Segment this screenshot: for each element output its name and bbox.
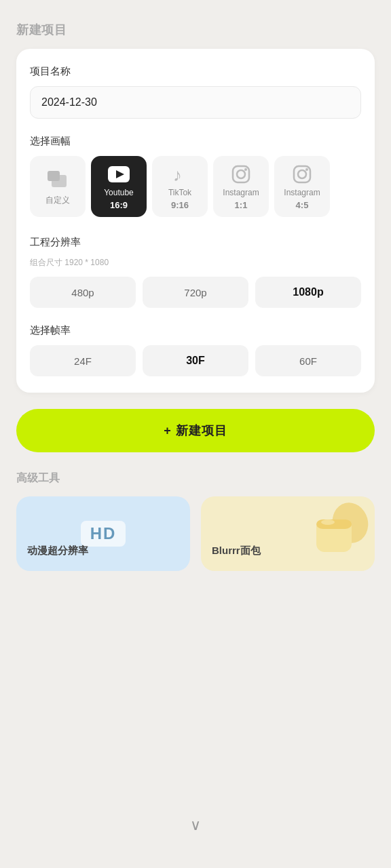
resolution-section: 工程分辨率 组合尺寸 1920 * 1080 480p 720p 1080p — [30, 236, 361, 308]
tool-anime-hd[interactable]: 动漫超分辨率 HD — [16, 496, 190, 571]
svg-point-9 — [298, 170, 306, 178]
advanced-tools-title: 高级工具 — [16, 471, 375, 486]
bottom-chevron-area[interactable]: ∨ — [16, 803, 375, 841]
tool-blurrr-bread-label: Blurrr面包 — [212, 545, 261, 557]
resolution-label: 工程分辨率 — [30, 236, 361, 249]
resolution-720p[interactable]: 720p — [143, 277, 248, 308]
canvas-instagram2-name: Instagram — [284, 188, 320, 197]
create-project-button[interactable]: + 新建项目 — [16, 409, 375, 452]
svg-rect-1 — [48, 171, 60, 181]
create-button-label: + 新建项目 — [164, 422, 227, 439]
framerate-60f[interactable]: 60F — [255, 345, 361, 376]
canvas-instagram2-ratio: 4:5 — [296, 200, 309, 210]
page-title: 新建项目 — [16, 22, 375, 38]
canvas-item-tiktok[interactable]: ♪ TikTok 9:16 — [152, 156, 208, 217]
canvas-instagram1-ratio: 1:1 — [235, 200, 248, 210]
chevron-down-icon: ∨ — [190, 816, 201, 834]
resolution-480p[interactable]: 480p — [30, 277, 136, 308]
svg-text:♪: ♪ — [173, 165, 182, 185]
main-card: 项目名称 选择画幅 自定义 — [16, 49, 375, 393]
framerate-30f[interactable]: 30F — [143, 345, 248, 376]
canvas-item-custom[interactable]: 自定义 — [30, 156, 86, 217]
canvas-instagram2-icon — [290, 163, 314, 185]
canvas-tiktok-icon: ♪ — [168, 163, 192, 185]
resolution-btn-group: 480p 720p 1080p — [30, 277, 361, 308]
canvas-instagram1-name: Instagram — [223, 188, 259, 197]
canvas-tiktok-name: TikTok — [168, 188, 191, 197]
canvas-item-instagram-2[interactable]: Instagram 4:5 — [274, 156, 330, 217]
framerate-label: 选择帧率 — [30, 324, 361, 337]
svg-rect-13 — [316, 519, 352, 529]
canvas-selector: 自定义 Youtube 16:9 ♪ — [30, 156, 361, 220]
tool-blurrr-bread[interactable]: Blurrr面包 — [201, 496, 375, 571]
canvas-tiktok-ratio: 9:16 — [171, 200, 189, 210]
resolution-1080p[interactable]: 1080p — [255, 277, 361, 308]
tools-row: 动漫超分辨率 HD Blurrr面包 — [16, 496, 375, 571]
canvas-youtube-ratio: 16:9 — [110, 200, 128, 210]
canvas-youtube-icon — [107, 163, 131, 185]
framerate-section: 选择帧率 24F 30F 60F — [30, 324, 361, 376]
canvas-item-instagram-1[interactable]: Instagram 1:1 — [213, 156, 269, 217]
tool-anime-hd-label: 动漫超分辨率 — [27, 545, 88, 557]
canvas-instagram1-icon — [229, 163, 253, 185]
svg-point-7 — [244, 168, 247, 171]
project-name-input[interactable] — [30, 86, 361, 119]
project-name-label: 项目名称 — [30, 65, 361, 78]
svg-point-6 — [237, 170, 245, 178]
resolution-sub: 组合尺寸 1920 * 1080 — [30, 257, 361, 269]
bread-illustration-icon — [304, 499, 372, 564]
canvas-item-youtube[interactable]: Youtube 16:9 — [91, 156, 147, 217]
svg-point-10 — [305, 168, 308, 171]
canvas-custom-name: 自定义 — [45, 195, 70, 206]
framerate-btn-group: 24F 30F 60F — [30, 345, 361, 376]
canvas-youtube-name: Youtube — [104, 188, 134, 197]
canvas-label: 选择画幅 — [30, 135, 361, 148]
framerate-24f[interactable]: 24F — [30, 345, 136, 376]
canvas-custom-icon — [45, 167, 70, 192]
tool-hd-badge: HD — [81, 521, 126, 547]
svg-point-14 — [321, 519, 335, 525]
page-container: 新建项目 项目名称 选择画幅 自定义 — [0, 0, 391, 868]
